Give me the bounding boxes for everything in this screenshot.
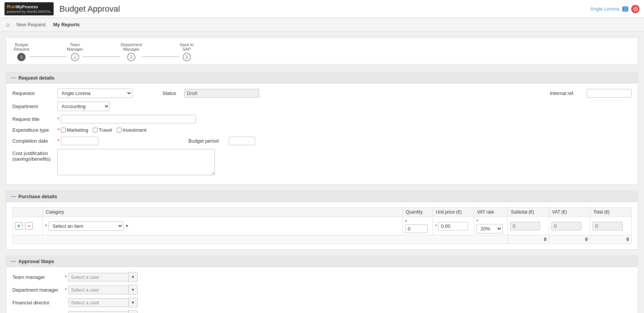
unit-price-input[interactable] bbox=[438, 222, 468, 230]
step-line-1-2 bbox=[83, 56, 120, 57]
investment-checkbox-label[interactable]: Investment bbox=[117, 127, 147, 133]
collapse-purchase-details[interactable]: — bbox=[11, 193, 16, 199]
main-content: BudgetRequest 0 TeamManager 1 Department… bbox=[0, 32, 644, 313]
travel-checkbox[interactable] bbox=[93, 128, 98, 132]
subtotal-input bbox=[510, 222, 540, 230]
expenditure-type-row: Expenditure type * Marketing Travel Inve… bbox=[12, 127, 632, 133]
purchase-table: Category Quantity Unit price (€) VAT rat… bbox=[12, 207, 632, 244]
cost-justification-textarea[interactable] bbox=[57, 149, 215, 175]
step-budget-request: BudgetRequest 0 bbox=[14, 42, 29, 61]
managing-director-select[interactable]: Select a user bbox=[68, 311, 128, 313]
total-vat: 0 bbox=[549, 235, 590, 244]
col-actions bbox=[13, 208, 43, 217]
remove-row-button[interactable]: − bbox=[25, 222, 33, 230]
team-manager-label: Team manager bbox=[12, 274, 65, 280]
total-total: 0 bbox=[590, 235, 632, 244]
collapse-approval-steps[interactable]: — bbox=[11, 258, 16, 264]
status-label: Status bbox=[162, 90, 181, 96]
qty-required: * bbox=[405, 219, 407, 224]
page-title: Budget Approval bbox=[60, 4, 590, 14]
step-team-manager: TeamManager 1 bbox=[67, 42, 83, 61]
notification-badge[interactable]: 2 bbox=[622, 6, 628, 12]
completion-date-input[interactable] bbox=[61, 137, 98, 145]
travel-checkbox-label[interactable]: Travel bbox=[93, 127, 112, 133]
department-manager-dropdown-btn[interactable]: ▼ bbox=[128, 285, 138, 295]
vat-required: * bbox=[476, 218, 478, 224]
department-select[interactable]: Accounting Finance HR IT bbox=[57, 102, 110, 111]
category-select[interactable]: Select an item Hardware Software Service… bbox=[48, 221, 123, 231]
quantity-input[interactable] bbox=[405, 224, 428, 233]
internal-ref-label: Internal ref. bbox=[550, 90, 584, 96]
step-1-label: TeamManager bbox=[67, 42, 83, 51]
step-3-circle: 3 bbox=[183, 53, 191, 61]
request-title-row: Request title * bbox=[12, 115, 632, 123]
vat-input bbox=[551, 222, 581, 230]
requestor-select[interactable]: Angie Lorena bbox=[57, 89, 132, 98]
category-dropdown-icon: ▼ bbox=[125, 224, 129, 228]
step-0-label: BudgetRequest bbox=[14, 42, 29, 51]
header: RunMyProcess powered by Akorbi DIGITAL B… bbox=[0, 0, 644, 18]
team-manager-row: Team manager * Select a user ▼ bbox=[12, 272, 632, 282]
marketing-checkbox[interactable] bbox=[61, 128, 66, 132]
nav-my-reports[interactable]: My Reports bbox=[50, 20, 83, 29]
department-manager-row: Department manager * Select a user ▼ bbox=[12, 285, 632, 295]
internal-ref-input[interactable] bbox=[587, 89, 632, 98]
completion-date-label: Completion date bbox=[12, 138, 57, 144]
purchase-details-header: — Purchase details bbox=[6, 191, 638, 202]
managing-director-row: Managing director * Select a user ▼ bbox=[12, 310, 632, 313]
subtotal-cell bbox=[508, 217, 549, 235]
request-title-input[interactable] bbox=[61, 115, 196, 123]
department-manager-label: Department manager bbox=[12, 287, 65, 293]
completion-date-row: Completion date * Budget period bbox=[12, 137, 632, 145]
purchase-details-title: Purchase details bbox=[18, 194, 57, 199]
vat-rate-cell: * 20% 10% 5% 0% bbox=[474, 217, 508, 235]
financial-director-dropdown-btn[interactable]: ▼ bbox=[128, 298, 138, 307]
team-manager-dropdown-btn[interactable]: ▼ bbox=[128, 272, 138, 282]
budget-period-input[interactable] bbox=[229, 137, 255, 145]
requestor-label: Requestor bbox=[12, 90, 57, 96]
department-manager-select-wrap: Select a user ▼ bbox=[68, 285, 138, 295]
col-unit-price: Unit price (€) bbox=[433, 208, 474, 217]
budget-period-label: Budget period bbox=[188, 138, 226, 144]
collapse-request-details[interactable]: — bbox=[11, 75, 16, 81]
step-line-2-3 bbox=[142, 56, 180, 57]
step-2-label: DepartmentManager bbox=[120, 42, 142, 51]
department-label: Department bbox=[12, 104, 57, 109]
step-save-sap: Save toSAP 3 bbox=[180, 42, 194, 61]
unit-price-cell: * bbox=[433, 217, 474, 235]
purchase-totals-row: 0 0 0 bbox=[13, 235, 632, 244]
logo-run: Run bbox=[7, 4, 16, 9]
total-subtotal: 0 bbox=[508, 235, 549, 244]
add-row-button[interactable]: + bbox=[15, 222, 23, 230]
col-vat-rate: VAT rate bbox=[474, 208, 508, 217]
step-2-circle: 2 bbox=[127, 53, 135, 61]
expenditure-type-label: Expenditure type bbox=[12, 127, 57, 133]
logo-myprocess: MyProcess bbox=[16, 5, 38, 9]
category-required: * bbox=[45, 223, 47, 229]
department-manager-select[interactable]: Select a user bbox=[68, 286, 128, 294]
marketing-checkbox-label[interactable]: Marketing bbox=[61, 127, 88, 133]
totals-spacer bbox=[13, 235, 508, 244]
team-manager-select[interactable]: Select a user bbox=[68, 273, 128, 281]
cost-justification-row: Cost justification(savings/benefits) bbox=[12, 149, 632, 175]
col-vat: VAT (€) bbox=[549, 208, 590, 217]
power-button[interactable]: ⏻ bbox=[631, 5, 639, 13]
team-manager-required: * bbox=[65, 274, 67, 280]
nav-new-request[interactable]: New Request bbox=[14, 20, 49, 29]
user-link[interactable]: Angie Lorena bbox=[590, 6, 619, 12]
total-input bbox=[593, 222, 623, 230]
managing-director-dropdown-btn[interactable]: ▼ bbox=[128, 310, 138, 313]
purchase-details-body: Category Quantity Unit price (€) VAT rat… bbox=[6, 202, 638, 249]
approval-steps-body: Team manager * Select a user ▼ Departmen… bbox=[6, 267, 638, 313]
vat-rate-select[interactable]: 20% 10% 5% 0% bbox=[476, 224, 503, 233]
department-field: Accounting Finance HR IT bbox=[57, 102, 110, 111]
investment-checkbox[interactable] bbox=[117, 128, 122, 132]
department-manager-required: * bbox=[65, 287, 67, 293]
cost-justification-label: Cost justification(savings/benefits) bbox=[12, 149, 57, 162]
unit-price-required: * bbox=[435, 223, 437, 229]
step-line-0-1 bbox=[29, 56, 67, 57]
step-department-manager: DepartmentManager 2 bbox=[120, 42, 142, 61]
financial-director-select[interactable]: Select a user bbox=[68, 298, 128, 307]
request-details-title: Request details bbox=[18, 75, 54, 81]
home-icon[interactable]: ⌂ bbox=[4, 20, 12, 30]
